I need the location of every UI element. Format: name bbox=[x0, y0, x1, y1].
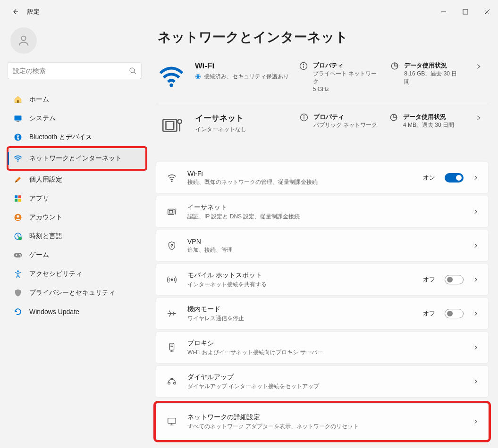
sidebar-item-label: システム bbox=[29, 114, 56, 123]
globe-icon bbox=[195, 74, 201, 80]
svg-point-27 bbox=[303, 64, 304, 65]
setting-airplane[interactable]: 機内モードワイヤレス通信を停止 オフ bbox=[156, 298, 489, 330]
sidebar-item-time-language[interactable]: 時刻と言語 bbox=[8, 227, 146, 245]
sidebar-item-label: アプリ bbox=[29, 194, 49, 203]
setting-hotspot[interactable]: モバイル ホットスポットインターネット接続を共有する オフ bbox=[156, 264, 489, 296]
eth-data-usage-link[interactable]: データ使用状況 4 MB、過去 30 日間 bbox=[389, 113, 455, 129]
row-title: プロキシ bbox=[187, 339, 323, 348]
wifi-state-label: オン bbox=[423, 174, 435, 182]
setting-dialup[interactable]: ダイヤルアップダイヤルアップ インターネット接続をセットアップ bbox=[156, 365, 489, 398]
wifi-data-usage-link[interactable]: データ使用状況 8.16 GB、過去 30 日間 bbox=[390, 61, 461, 86]
airplane-icon bbox=[166, 308, 178, 319]
sidebar-item-personalization[interactable]: 個人用設定 bbox=[8, 171, 146, 189]
sidebar: ホーム システム Bluetooth とデバイス ネットワークとインターネット … bbox=[0, 24, 151, 448]
sidebar-item-label: ホーム bbox=[29, 95, 49, 104]
svg-rect-8 bbox=[15, 116, 22, 121]
svg-point-17 bbox=[17, 215, 19, 217]
settings-list: Wi-Fi接続、既知のネットワークの管理、従量制課金接続 オン イーサネット認証… bbox=[156, 162, 489, 440]
info-icon bbox=[299, 61, 308, 71]
setting-ethernet[interactable]: イーサネット認証、IP 設定と DNS 設定、従量制課金接続 bbox=[156, 196, 489, 228]
airplane-state-label: オフ bbox=[423, 309, 435, 318]
prop-sub1: プライベート ネットワーク bbox=[313, 70, 381, 86]
minimize-button[interactable] bbox=[433, 3, 455, 20]
sidebar-item-windows-update[interactable]: Windows Update bbox=[8, 303, 146, 321]
svg-point-45 bbox=[171, 279, 173, 281]
wifi-name: Wi-Fi bbox=[195, 61, 289, 71]
sidebar-item-label: ゲーム bbox=[29, 251, 49, 259]
sidebar-item-system[interactable]: システム bbox=[8, 109, 146, 127]
wifi-icon bbox=[13, 154, 23, 163]
row-desc: 認証、IP 設定と DNS 設定、従量制課金接続 bbox=[187, 213, 300, 221]
chart-icon bbox=[389, 113, 398, 122]
sidebar-item-network[interactable]: ネットワークとインターネット bbox=[8, 147, 146, 170]
chevron-right-icon bbox=[473, 243, 479, 249]
airplane-toggle[interactable] bbox=[445, 309, 464, 318]
sidebar-item-label: アクセシビリティ bbox=[29, 270, 82, 278]
eth-substatus: インターネットなし bbox=[195, 125, 246, 133]
chevron-right-icon[interactable] bbox=[471, 61, 487, 72]
gaming-icon bbox=[13, 252, 23, 258]
row-desc: 接続、既知のネットワークの管理、従量制課金接続 bbox=[187, 178, 318, 186]
svg-rect-40 bbox=[169, 210, 173, 213]
row-desc: ワイヤレス通信を停止 bbox=[187, 315, 244, 323]
setting-wifi[interactable]: Wi-Fi接続、既知のネットワークの管理、従量制課金接続 オン bbox=[156, 162, 489, 194]
main-content: ネットワークとインターネット Wi-Fi 接続済み、セキュリティ保護あり プロパ… bbox=[151, 24, 498, 448]
svg-point-41 bbox=[175, 209, 176, 210]
back-button[interactable] bbox=[8, 4, 23, 19]
sidebar-item-label: Windows Update bbox=[29, 308, 79, 315]
svg-rect-31 bbox=[166, 122, 174, 130]
dialup-icon bbox=[166, 376, 178, 387]
svg-rect-15 bbox=[18, 199, 21, 202]
usage-sub: 4 MB、過去 30 日間 bbox=[403, 121, 454, 129]
sidebar-item-apps[interactable]: アプリ bbox=[8, 190, 146, 207]
eth-properties-link[interactable]: プロパティ パブリック ネットワーク bbox=[299, 113, 380, 129]
row-desc: ダイヤルアップ インターネット接続をセットアップ bbox=[187, 382, 319, 390]
svg-point-23 bbox=[17, 270, 19, 272]
sidebar-item-bluetooth[interactable]: Bluetooth とデバイス bbox=[8, 128, 146, 146]
time-icon bbox=[13, 232, 23, 241]
sidebar-item-gaming[interactable]: ゲーム bbox=[8, 246, 146, 264]
wifi-properties-link[interactable]: プロパティ プライベート ネットワーク 5 GHz bbox=[299, 61, 381, 92]
setting-advanced-network[interactable]: ネットワークの詳細設定すべてのネットワーク アダプターを表示、ネットワークのリセ… bbox=[156, 403, 489, 440]
page-title: ネットワークとインターネット bbox=[158, 28, 489, 46]
shield-icon bbox=[13, 289, 23, 297]
svg-rect-1 bbox=[463, 9, 468, 14]
usage-label: データ使用状況 bbox=[404, 61, 461, 70]
svg-point-32 bbox=[178, 119, 182, 123]
search-input[interactable] bbox=[8, 62, 142, 79]
paint-icon bbox=[13, 175, 23, 184]
chevron-right-icon bbox=[473, 419, 479, 424]
wifi-toggle[interactable] bbox=[445, 173, 464, 183]
svg-point-38 bbox=[171, 181, 172, 182]
prop-sub1: パブリック ネットワーク bbox=[313, 121, 377, 129]
sidebar-item-home[interactable]: ホーム bbox=[8, 91, 146, 108]
sidebar-item-label: Bluetooth とデバイス bbox=[29, 133, 92, 141]
maximize-button[interactable] bbox=[455, 3, 476, 20]
proxy-icon bbox=[166, 342, 178, 353]
close-button[interactable] bbox=[476, 3, 498, 20]
eth-name: イーサネット bbox=[195, 113, 290, 124]
setting-vpn[interactable]: VPN追加、接続、管理 bbox=[156, 230, 489, 262]
prop-sub2: 5 GHz bbox=[313, 86, 381, 92]
row-title: Wi-Fi bbox=[187, 170, 318, 177]
hotspot-icon bbox=[166, 274, 178, 285]
avatar[interactable] bbox=[10, 27, 37, 54]
sidebar-item-label: アカウント bbox=[29, 213, 62, 222]
hotspot-toggle[interactable] bbox=[445, 275, 464, 284]
sidebar-item-accounts[interactable]: アカウント bbox=[8, 208, 146, 226]
search-field[interactable] bbox=[13, 67, 129, 75]
row-title: VPN bbox=[187, 238, 233, 245]
row-desc: Wi-Fi およびイーサネット接続向けプロキシ サーバー bbox=[187, 348, 323, 357]
svg-rect-51 bbox=[168, 382, 170, 384]
svg-point-11 bbox=[17, 161, 18, 162]
sidebar-item-accessibility[interactable]: アクセシビリティ bbox=[8, 265, 146, 283]
bluetooth-icon bbox=[13, 133, 23, 141]
chevron-right-icon[interactable] bbox=[471, 113, 487, 123]
setting-proxy[interactable]: プロキシWi-Fi およびイーサネット接続向けプロキシ サーバー bbox=[156, 332, 489, 364]
sidebar-item-label: ネットワークとインターネット bbox=[29, 154, 122, 163]
svg-point-21 bbox=[19, 254, 21, 255]
sidebar-item-privacy[interactable]: プライバシーとセキュリティ bbox=[8, 284, 146, 302]
svg-point-5 bbox=[130, 68, 135, 73]
svg-rect-52 bbox=[174, 382, 176, 384]
usage-sub: 8.16 GB、過去 30 日間 bbox=[404, 70, 461, 86]
